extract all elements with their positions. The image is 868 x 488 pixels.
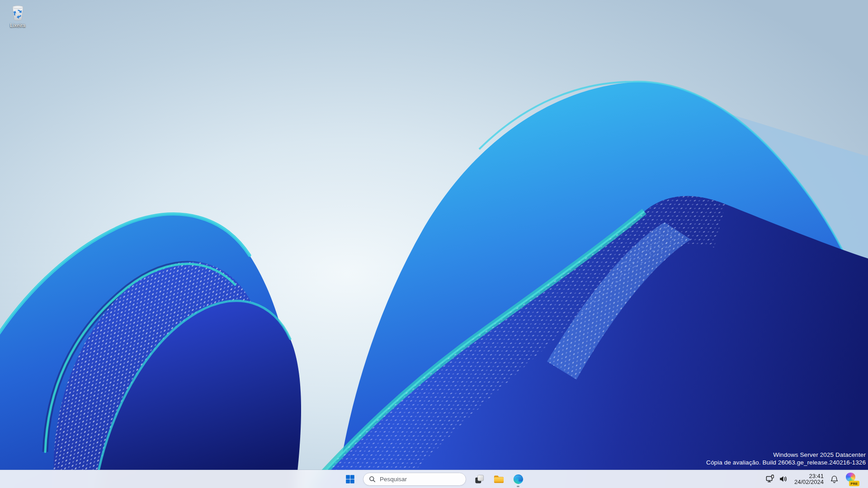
start-button[interactable]: [341, 470, 359, 488]
wallpaper-bloom: [0, 0, 868, 488]
task-view-button[interactable]: [471, 470, 488, 488]
recycle-bin-label: Lixeira: [10, 23, 25, 28]
search-placeholder: Pesquisar: [380, 476, 407, 483]
quick-settings-button[interactable]: [763, 470, 791, 488]
edge-button[interactable]: [509, 470, 527, 488]
running-indicator: [517, 486, 519, 487]
clock: 23:41 24/02/2024: [794, 473, 824, 485]
taskbar-search[interactable]: Pesquisar: [363, 473, 466, 486]
tray-date: 24/02/2024: [794, 479, 824, 485]
notification-bell-icon: [830, 475, 839, 483]
notification-bell-button[interactable]: [827, 470, 842, 488]
recycle-bin[interactable]: Lixeira: [3, 3, 33, 28]
watermark-line1: Windows Server 2025 Datacenter: [706, 451, 866, 459]
file-explorer-icon: [493, 474, 505, 485]
watermark-line2: Cópia de avaliação. Build 26063.ge_relea…: [706, 459, 866, 467]
recycle-bin-icon: [9, 3, 26, 22]
file-explorer-button[interactable]: [490, 470, 507, 488]
clock-button[interactable]: 23:41 24/02/2024: [791, 470, 827, 488]
microsoft-edge-icon: [513, 474, 524, 485]
copilot-preview-badge: PRE: [849, 481, 859, 486]
taskbar: Pesquisar: [0, 470, 868, 488]
volume-icon: [779, 474, 788, 483]
search-icon: [369, 476, 376, 483]
tray-time: 23:41: [794, 473, 824, 479]
desktop: Lixeira Windows Server 2025 Datacenter C…: [0, 0, 868, 488]
task-view-icon: [474, 474, 485, 484]
wired-network-icon: [766, 474, 775, 483]
taskbar-center: Pesquisar: [341, 470, 527, 488]
show-desktop-button[interactable]: [860, 470, 863, 488]
windows-logo-icon: [345, 474, 355, 484]
copilot-button[interactable]: PRE: [842, 470, 860, 488]
copilot-icon: [846, 473, 855, 482]
system-tray: 23:41 24/02/2024 PRE: [763, 470, 868, 488]
os-watermark: Windows Server 2025 Datacenter Cópia de …: [706, 451, 866, 466]
